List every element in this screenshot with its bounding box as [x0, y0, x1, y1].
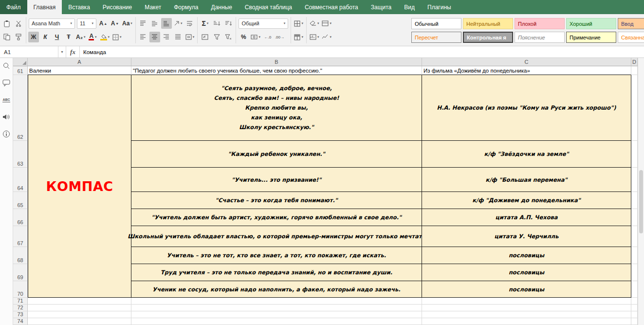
cell-d69[interactable]	[631, 264, 638, 281]
tab-file[interactable]: Файл	[0, 0, 27, 14]
text-orientation-button[interactable]	[173, 18, 184, 29]
tab-insert[interactable]: Вставка	[62, 0, 96, 14]
sparkline-button[interactable]	[321, 32, 332, 42]
cell-d74[interactable]	[631, 318, 638, 325]
filter-button[interactable]	[211, 32, 222, 42]
cell-name-box[interactable]: A1	[0, 46, 58, 57]
cell-b62[interactable]: "Сеять разумное, доброе, вечное, Сеять, …	[131, 75, 422, 141]
cell-b67[interactable]: Школьный учитель обладает властью, о кот…	[131, 226, 422, 247]
borders-button[interactable]	[111, 32, 123, 42]
name-box-dropdown-icon[interactable]	[58, 46, 66, 57]
subscript-button[interactable]: A₂	[75, 32, 87, 42]
row-header-67[interactable]: 67	[13, 226, 28, 247]
percent-style-button[interactable]: %	[238, 32, 249, 42]
autosum-button[interactable]: Σ	[200, 18, 210, 29]
font-size-select[interactable]: 11	[77, 19, 96, 29]
cell-c62[interactable]: Н.А. Некрасов (из поэмы "Кому на Руси жи…	[422, 75, 631, 141]
cell-c71[interactable]	[422, 298, 631, 305]
fill-color-button[interactable]	[99, 32, 111, 42]
cell-c70[interactable]: пословицы	[422, 281, 631, 298]
vertical-scrollbar[interactable]	[638, 58, 644, 325]
cell-b70[interactable]: Ученик не сосуд, который надо наполнить,…	[131, 281, 422, 298]
cell-b66[interactable]: "Учитель должен быть артист, художник, г…	[131, 209, 422, 226]
tab-collaboration[interactable]: Совместная работа	[298, 0, 365, 14]
insert-function-button[interactable]: fx	[66, 46, 80, 57]
clear-button[interactable]	[309, 18, 320, 29]
copy-button[interactable]	[1, 32, 12, 42]
comments-button[interactable]	[1, 78, 11, 88]
bold-button[interactable]: Ж	[28, 32, 39, 42]
cell-style-explanatory[interactable]: Пояснение	[515, 32, 565, 43]
cell-d72[interactable]	[631, 305, 638, 311]
number-format-select[interactable]: Общий	[239, 19, 288, 29]
cell-a73[interactable]	[28, 311, 131, 318]
about-button[interactable]	[1, 129, 11, 139]
clear-filter-button[interactable]	[223, 32, 234, 42]
font-name-select[interactable]: Asana Math	[29, 19, 75, 29]
cell-d63[interactable]	[631, 141, 638, 168]
row-header-68[interactable]: 68	[13, 247, 28, 264]
cell-c68[interactable]: пословицы	[422, 247, 631, 264]
cell-c73[interactable]	[422, 311, 631, 318]
column-header-b[interactable]: B	[131, 58, 422, 66]
cell-d66[interactable]	[631, 209, 638, 226]
paste-button[interactable]	[1, 18, 12, 29]
sort-descending-button[interactable]	[223, 18, 234, 29]
cell-style-good[interactable]: Хороший	[566, 18, 616, 29]
align-center-button[interactable]	[149, 32, 160, 42]
cut-button[interactable]	[13, 18, 24, 29]
cell-c72[interactable]	[422, 305, 631, 311]
cell-c69[interactable]: пословицы	[422, 264, 631, 281]
cell-b71[interactable]	[131, 298, 422, 305]
row-header-64[interactable]: 64	[13, 168, 28, 192]
cell-a72[interactable]	[28, 305, 131, 311]
cell-b69[interactable]: Труд учителя – это не только передача зн…	[131, 264, 422, 281]
font-color-button[interactable]: А	[88, 32, 98, 42]
cell-b65[interactable]: "Счастье – это когда тебя понимают."	[131, 192, 422, 209]
tab-pivot-table[interactable]: Сводная таблица	[239, 0, 298, 14]
tab-draw[interactable]: Рисование	[96, 0, 138, 14]
cell-c63[interactable]: к/ф "Звёздочки на земле"	[422, 141, 631, 168]
cell-style-bad[interactable]: Плохой	[515, 18, 565, 29]
underline-button[interactable]: Ч	[52, 32, 62, 42]
column-header-a[interactable]: A	[28, 58, 131, 66]
cell-c67[interactable]: цитата У. Черчилль	[422, 226, 631, 247]
merge-cells-button[interactable]	[184, 32, 196, 42]
feedback-button[interactable]	[1, 112, 11, 122]
cell-a62-a70-merged[interactable]: КОМПАС	[28, 75, 131, 298]
cell-c61[interactable]: Из фильма «Доживём до понедельника»	[422, 66, 631, 75]
scrollbar-thumb[interactable]	[639, 170, 643, 233]
tab-home[interactable]: Главная	[27, 0, 62, 14]
cell-a74[interactable]	[28, 318, 131, 325]
insert-cells-button[interactable]	[293, 18, 304, 29]
decimal-increase-button[interactable]: .00→	[274, 32, 285, 42]
cell-d65[interactable]	[631, 192, 638, 209]
cell-a71[interactable]	[28, 298, 131, 305]
row-header-62[interactable]: 62	[13, 75, 28, 141]
row-header-69[interactable]: 69	[13, 264, 28, 281]
cell-style-note[interactable]: Примечание	[566, 32, 616, 43]
cell-d67[interactable]	[631, 226, 638, 247]
cell-d61[interactable]	[631, 66, 638, 75]
cell-b73[interactable]	[131, 311, 422, 318]
cell-d68[interactable]	[631, 247, 638, 264]
font-increase-button[interactable]: A▲	[98, 18, 109, 29]
cell-c64[interactable]: к/ф "Большая перемена"	[422, 168, 631, 192]
align-right-button[interactable]	[161, 32, 172, 42]
formula-input[interactable]: Команда	[80, 46, 644, 57]
spellcheck-button[interactable]: ABC	[1, 95, 11, 105]
column-header-d[interactable]: D	[631, 58, 638, 66]
align-left-button[interactable]	[138, 32, 148, 42]
cell-b64[interactable]: "Учитель... это призвание!"	[131, 168, 422, 192]
cell-b74[interactable]	[131, 318, 422, 325]
cell-c74[interactable]	[422, 318, 631, 325]
select-all-corner[interactable]	[13, 58, 28, 66]
cell-d71[interactable]	[631, 298, 638, 305]
tab-formula[interactable]: Формула	[167, 0, 204, 14]
align-bottom-button[interactable]	[161, 18, 172, 29]
align-middle-button[interactable]	[149, 18, 160, 29]
cell-style-neutral[interactable]: Нейтральный	[463, 18, 513, 29]
search-button[interactable]	[1, 61, 11, 71]
cell-d64[interactable]	[631, 168, 638, 192]
cell-style-input[interactable]: Ввод	[618, 18, 644, 29]
